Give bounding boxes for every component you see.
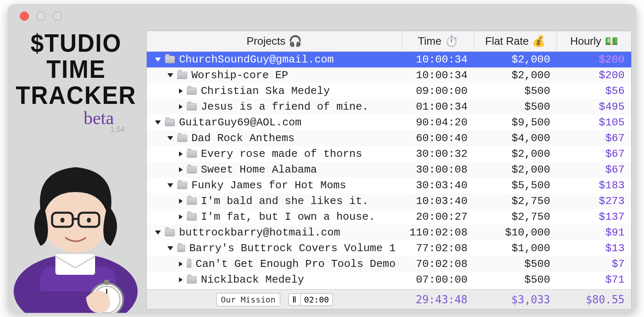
hourly-cell: $7 — [557, 258, 631, 270]
project-name: Worship-core EP — [191, 69, 288, 82]
time-cell: 07:00:00 — [402, 274, 474, 286]
table-body: ChurchSoundGuy@gmail.com10:00:34$2,000$2… — [147, 52, 631, 289]
disclosure-right-icon[interactable] — [179, 199, 183, 204]
table-row[interactable]: Barry's Buttrock Covers Volume 177:02:08… — [147, 240, 631, 256]
disclosure-right-icon[interactable] — [179, 151, 183, 156]
svg-rect-11 — [104, 280, 109, 285]
folder-icon — [187, 87, 197, 95]
hourly-cell: $67 — [557, 132, 631, 144]
disclosure-down-icon[interactable] — [167, 136, 173, 140]
table-row[interactable]: ChurchSoundGuy@gmail.com10:00:34$2,000$2… — [147, 52, 631, 67]
folder-icon — [187, 213, 197, 221]
hourly-cell: $56 — [557, 85, 631, 97]
header-time-label: Time — [418, 35, 441, 48]
zoom-button[interactable] — [53, 12, 62, 21]
pause-button[interactable]: Ⅱ — [289, 294, 301, 305]
header-projects[interactable]: Projects 🎧 — [147, 31, 402, 51]
flatrate-cell: $2,000 — [474, 69, 557, 82]
hourly-cell: $13 — [557, 242, 631, 255]
footer-controls: Our Mission Ⅱ 02:00 — [147, 293, 402, 306]
close-button[interactable] — [20, 12, 29, 21]
project-cell: Dad Rock Anthems — [147, 132, 402, 144]
table-row[interactable]: Christian Ska Medely09:00:00$500$56 — [147, 83, 631, 99]
disclosure-right-icon[interactable] — [179, 89, 183, 94]
app-logo: $TUDIO TIME TRACKER — [13, 30, 139, 108]
project-cell: Worship-core EP — [147, 69, 402, 82]
project-cell: Funky James for Hot Moms — [147, 179, 402, 192]
mission-button[interactable]: Our Mission — [216, 293, 280, 306]
table-row[interactable]: GuitarGuy69@AOL.com90:04:20$9,500$105 — [147, 115, 631, 130]
header-projects-label: Projects — [247, 35, 286, 48]
table-row[interactable]: buttrockbarry@hotmail.com110:02:08$10,00… — [147, 225, 631, 240]
disclosure-right-icon[interactable] — [179, 214, 183, 219]
time-cell: 77:02:08 — [402, 242, 474, 255]
disclosure-down-icon[interactable] — [167, 246, 173, 250]
footer-total-time: 29:43:48 — [402, 293, 474, 306]
disclosure-right-icon[interactable] — [179, 104, 183, 109]
table-header: Projects 🎧 Time ⏱️ Flat Rate 💰 Hourly 💵 — [147, 31, 631, 52]
header-time[interactable]: Time ⏱️ — [402, 31, 474, 51]
flatrate-cell: $9,500 — [474, 116, 557, 129]
table-row[interactable]: Can't Get Enough Pro Tools Demo70:02:08$… — [147, 256, 631, 272]
table-row[interactable]: Sweet Home Alabama30:00:08$2,000$67 — [147, 162, 631, 178]
project-cell: buttrockbarry@hotmail.com — [147, 226, 402, 239]
minimize-button[interactable] — [36, 12, 45, 21]
main-panel: Projects 🎧 Time ⏱️ Flat Rate 💰 Hourly 💵 — [145, 28, 637, 313]
project-name: Sweet Home Alabama — [201, 163, 317, 176]
svg-point-7 — [87, 218, 91, 223]
table-row[interactable]: Funky James for Hot Moms30:03:40$5,500$1… — [147, 178, 631, 193]
header-flatrate[interactable]: Flat Rate 💰 — [474, 31, 557, 51]
table-row[interactable]: I'm bald and she likes it.10:03:40$2,750… — [147, 193, 631, 209]
stopwatch-icon: ⏱️ — [445, 35, 458, 48]
table-row[interactable]: Dad Rock Anthems60:00:40$4,000$67 — [147, 130, 631, 146]
table-row[interactable]: Jesus is a friend of mine.01:00:34$500$4… — [147, 99, 631, 115]
flatrate-cell: $500 — [474, 274, 557, 286]
time-cell: 01:00:34 — [402, 101, 474, 113]
project-name: GuitarGuy69@AOL.com — [179, 116, 301, 129]
table-row[interactable]: Worship-core EP10:00:34$2,000$200 — [147, 67, 631, 83]
project-name: Can't Get Enough Pro Tools Demo — [196, 258, 396, 270]
folder-icon — [187, 260, 191, 268]
flatrate-cell: $1,000 — [474, 242, 557, 255]
project-cell: Christian Ska Medely — [147, 85, 402, 97]
project-cell: ChurchSoundGuy@gmail.com — [147, 53, 402, 66]
project-cell: I'm fat, but I own a house. — [147, 211, 402, 223]
disclosure-down-icon[interactable] — [167, 183, 173, 187]
disclosure-right-icon[interactable] — [179, 277, 183, 282]
hourly-cell: $200 — [557, 69, 631, 82]
disclosure-down-icon[interactable] — [155, 120, 161, 125]
logo-line-2: TIME — [13, 56, 139, 82]
folder-icon — [187, 197, 197, 205]
table-row[interactable]: I'm fat, but I own a house.20:00:27$2,75… — [147, 209, 631, 225]
flatrate-cell: $2,000 — [474, 148, 557, 160]
flatrate-cell: $500 — [474, 85, 557, 97]
project-cell: Sweet Home Alabama — [147, 163, 402, 176]
flatrate-cell: $2,000 — [474, 53, 557, 66]
footer-total-hourly: $80.55 — [557, 293, 631, 306]
disclosure-down-icon[interactable] — [155, 231, 161, 235]
time-cell: 09:00:00 — [402, 85, 474, 97]
time-cell: 90:04:20 — [402, 116, 474, 129]
table-row[interactable]: Nicklback Medely07:00:00$500$71 — [147, 272, 631, 288]
folder-icon — [177, 72, 187, 79]
flatrate-cell: $10,000 — [474, 226, 557, 239]
disclosure-down-icon[interactable] — [155, 58, 161, 62]
hourly-cell: $137 — [557, 211, 631, 223]
flatrate-cell: $2,750 — [474, 211, 557, 223]
folder-icon — [165, 119, 175, 126]
timer-value: 02:00 — [301, 294, 332, 305]
disclosure-down-icon[interactable] — [167, 73, 173, 77]
disclosure-right-icon[interactable] — [179, 262, 183, 267]
mascot-illustration — [7, 146, 144, 313]
project-name: Christian Ska Medely — [201, 85, 330, 97]
time-cell: 10:03:40 — [402, 195, 474, 207]
table-row[interactable]: Every rose made of thorns30:00:32$2,000$… — [147, 146, 631, 162]
header-hourly[interactable]: Hourly 💵 — [557, 31, 631, 51]
flatrate-cell: $2,000 — [474, 163, 557, 176]
hourly-cell: $105 — [557, 116, 631, 129]
disclosure-right-icon[interactable] — [179, 167, 183, 172]
folder-icon — [165, 229, 175, 236]
hourly-cell: $67 — [557, 163, 631, 176]
moneybag-icon: 💰 — [532, 35, 545, 48]
cash-icon: 💵 — [605, 35, 618, 48]
